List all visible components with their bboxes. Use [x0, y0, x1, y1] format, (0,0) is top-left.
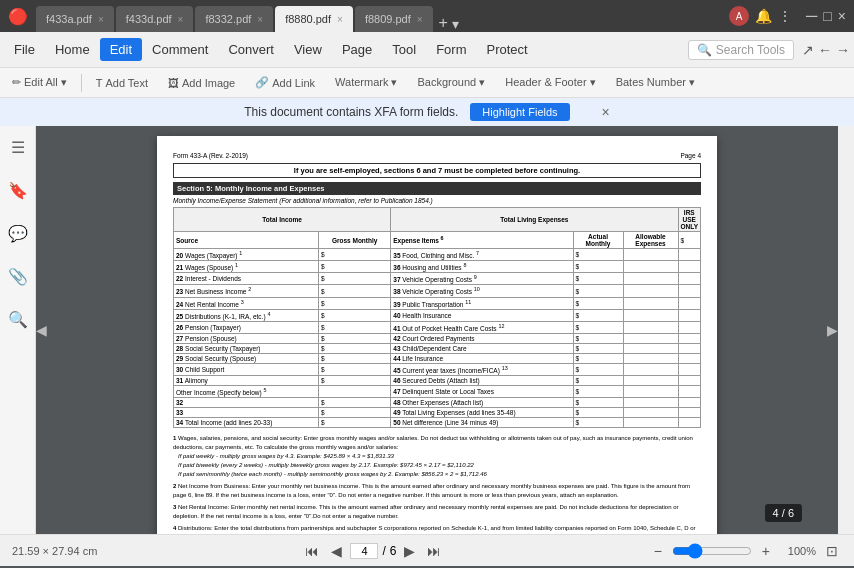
menu-view[interactable]: View: [284, 38, 332, 61]
menu-edit[interactable]: Edit: [100, 38, 142, 61]
tab-f8809[interactable]: f8809.pdf ×: [355, 6, 433, 32]
zoom-in-button[interactable]: +: [758, 541, 774, 561]
irs-val: [678, 354, 700, 364]
add-link-button[interactable]: 🔗 Add Link: [249, 74, 321, 91]
allowable-val: [623, 354, 678, 364]
expense-label: 50 Net difference (Line 34 minus 49): [391, 418, 573, 428]
minimize-button[interactable]: ─: [806, 7, 817, 25]
first-page-button[interactable]: ⏮: [301, 541, 323, 561]
page-total: 6: [390, 544, 397, 558]
panel-attachment-icon[interactable]: 📎: [4, 263, 32, 290]
irs-val: [678, 321, 700, 333]
panel-menu-icon[interactable]: ☰: [7, 134, 29, 161]
gross-monthly-val: $: [319, 418, 391, 428]
page-dimensions: 21.59 × 27.94 cm: [12, 545, 97, 557]
tab-label: f433a.pdf: [46, 13, 92, 25]
panel-comment-icon[interactable]: 💬: [4, 220, 32, 247]
tab-bar: f433a.pdf × f433d.pdf × f8332.pdf × f888…: [36, 0, 721, 32]
allowable-val: [623, 309, 678, 321]
bates-number-button[interactable]: Bates Number ▾: [610, 74, 701, 91]
bottom-right: − + 100% ⊡: [650, 541, 842, 561]
actual-val: $: [573, 285, 623, 297]
zoom-slider[interactable]: [672, 543, 752, 559]
header-footer-button[interactable]: Header & Footer ▾: [499, 74, 601, 91]
background-button[interactable]: Background ▾: [411, 74, 491, 91]
left-collapse-arrow[interactable]: ◀: [36, 322, 47, 338]
actual-val: $: [573, 386, 623, 398]
notification-close[interactable]: ×: [602, 104, 610, 120]
tab-f433d[interactable]: f433d.pdf ×: [116, 6, 194, 32]
tab-overflow[interactable]: ▾: [452, 16, 459, 32]
expense-label: 37 Vehicle Operating Costs 9: [391, 273, 573, 285]
panel-bookmark-icon[interactable]: 🔖: [4, 177, 32, 204]
window-actions: ↗ ← →: [802, 42, 850, 58]
expense-label: 41 Out of Pocket Health Care Costs 12: [391, 321, 573, 333]
panel-search-icon[interactable]: 🔍: [4, 306, 32, 333]
search-icon: 🔍: [697, 43, 712, 57]
tab-close[interactable]: ×: [178, 14, 184, 25]
form-number: Form 433-A (Rev. 2-2019): [173, 152, 248, 159]
edit-all-button[interactable]: ✏ Edit All ▾: [6, 74, 73, 91]
gross-monthly-val: $: [319, 334, 391, 344]
watermark-button[interactable]: Watermark ▾: [329, 74, 403, 91]
footnote-1: 1 Wages, salaries, pensions, and social …: [173, 434, 701, 479]
menu-form[interactable]: Form: [426, 38, 476, 61]
actual-val: $: [573, 344, 623, 354]
menu-protect[interactable]: Protect: [476, 38, 537, 61]
actual-val: $: [573, 408, 623, 418]
bottom-left: 21.59 × 27.94 cm: [12, 545, 97, 557]
share-icon[interactable]: ↗: [802, 42, 814, 58]
menu-convert[interactable]: Convert: [218, 38, 284, 61]
notifications-icon[interactable]: 🔔: [755, 8, 772, 24]
menu-tool[interactable]: Tool: [382, 38, 426, 61]
left-panel: ☰ 🔖 💬 📎 🔍: [0, 126, 36, 534]
menu-bar: File Home Edit Comment Convert View Page…: [0, 32, 854, 68]
page-number-input[interactable]: [350, 543, 378, 559]
income-header: Total Income: [174, 208, 391, 232]
toolbar: ✏ Edit All ▾ T Add Text 🖼 Add Image 🔗 Ad…: [0, 68, 854, 98]
income-num: 21 Wages (Spouse) 1: [174, 261, 319, 273]
account-icon[interactable]: A: [729, 6, 749, 26]
prev-page-button[interactable]: ◀: [327, 541, 346, 561]
last-page-button[interactable]: ⏭: [423, 541, 445, 561]
table-row: 32 $ 48 Other Expenses (Attach list) $: [174, 398, 701, 408]
back-icon[interactable]: ←: [818, 42, 832, 58]
menu-file[interactable]: File: [4, 38, 45, 61]
more-icon[interactable]: ⋮: [778, 8, 792, 24]
close-button[interactable]: ×: [838, 8, 846, 24]
search-tools[interactable]: 🔍 Search Tools: [688, 40, 794, 60]
add-text-button[interactable]: T Add Text: [90, 75, 154, 91]
irs-val: [678, 297, 700, 309]
expense-label: 46 Secured Debts (Attach list): [391, 376, 573, 386]
fit-page-button[interactable]: ⊡: [822, 541, 842, 561]
add-image-button[interactable]: 🖼 Add Image: [162, 75, 241, 91]
table-row: 20 Wages (Taxpayer) 1 $ 35 Food, Clothin…: [174, 249, 701, 261]
next-page-button[interactable]: ▶: [400, 541, 419, 561]
tab-close[interactable]: ×: [337, 14, 343, 25]
right-collapse-arrow[interactable]: ▶: [827, 322, 838, 338]
tab-f433a[interactable]: f433a.pdf ×: [36, 6, 114, 32]
tab-close[interactable]: ×: [417, 14, 423, 25]
zoom-out-button[interactable]: −: [650, 541, 666, 561]
new-tab-button[interactable]: +: [439, 14, 448, 32]
menu-page[interactable]: Page: [332, 38, 382, 61]
maximize-button[interactable]: □: [823, 8, 831, 24]
tab-close[interactable]: ×: [98, 14, 104, 25]
allowable-val: [623, 249, 678, 261]
footnote-3: 3 Net Rental Income: Enter monthly net r…: [173, 503, 701, 521]
section-header: Section 5: Monthly Income and Expenses: [173, 182, 701, 195]
bottom-center: ⏮ ◀ / 6 ▶ ⏭: [301, 541, 445, 561]
expense-label: 38 Vehicle Operating Costs 10: [391, 285, 573, 297]
tab-f8332[interactable]: f8332.pdf ×: [195, 6, 273, 32]
menu-home[interactable]: Home: [45, 38, 100, 61]
highlight-fields-button[interactable]: Highlight Fields: [470, 103, 569, 121]
tab-close[interactable]: ×: [257, 14, 263, 25]
document-area[interactable]: Form 433-A (Rev. 2-2019) Page 4 If you a…: [36, 126, 838, 534]
gross-monthly-val: $: [319, 364, 391, 376]
menu-comment[interactable]: Comment: [142, 38, 218, 61]
irs-header: IRS USE ONLY: [678, 208, 700, 232]
document-page: Form 433-A (Rev. 2-2019) Page 4 If you a…: [157, 136, 717, 534]
expense-label: 40 Health Insurance: [391, 309, 573, 321]
tab-f8880[interactable]: f8880.pdf ×: [275, 6, 353, 32]
forward-icon[interactable]: →: [836, 42, 850, 58]
